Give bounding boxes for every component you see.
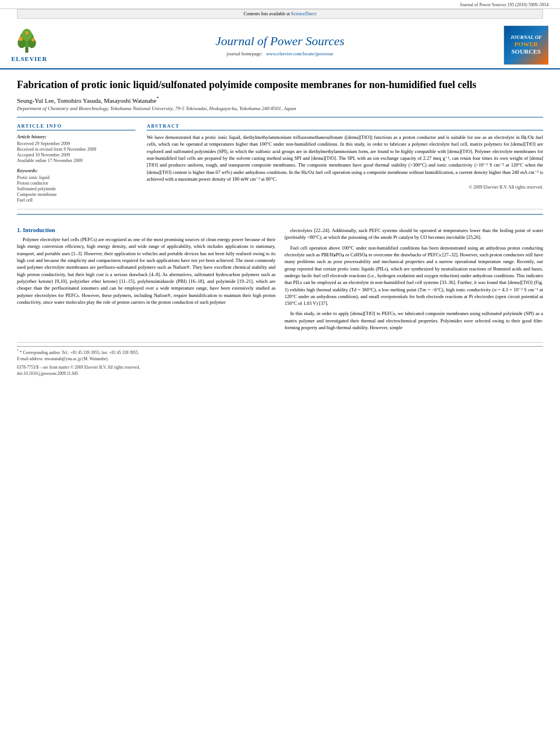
journal-logo: JOURNAL OF POWER SOURCES — [504, 25, 549, 65]
svg-point-4 — [22, 29, 32, 41]
author-names: Seung-Yul Lee, Tomohiro Yasuda, Masayosh… — [17, 97, 159, 104]
copyright-line: © 2009 Elsevier B.V. All rights reserved… — [147, 185, 543, 190]
keywords-label: Keywords: — [17, 168, 135, 173]
contents-bar: Contents lists available at ScienceDirec… — [17, 9, 543, 19]
abstract-text: We have demonstrated that a protic ionic… — [147, 134, 543, 182]
keyword-2: Proton conductor — [17, 181, 135, 186]
article-info-column: Article Info Article history: Received 2… — [17, 123, 135, 203]
accepted-date: Accepted 10 November 2009 — [17, 152, 135, 158]
elsevier-wordmark: ELSEVIER — [11, 55, 47, 62]
authors: Seung-Yul Lee, Tomohiro Yasuda, Masayosh… — [17, 96, 543, 104]
svg-point-5 — [19, 37, 23, 41]
received-revised-date: Received in revised form 9 November 2009 — [17, 147, 135, 152]
section-number: 1. — [17, 227, 21, 233]
section-title-text: Introduction — [23, 227, 55, 233]
svg-point-6 — [32, 38, 34, 41]
intro-paragraph-4: In this study, in order to apply [dema][… — [285, 310, 543, 331]
corresponding-text: * Corresponding author. Tel.: +81 45 339… — [20, 350, 139, 355]
main-body: 1. Introduction Polymer electrolyte fuel… — [17, 219, 543, 342]
body-right-column: electrolytes [22–24]. Additionally, such… — [285, 227, 543, 334]
keyword-5: Fuel cell — [17, 198, 135, 203]
elsevier-tree-icon — [11, 29, 42, 54]
email-note: E-mail address: mwatanab@ynu.ac.jp (M. W… — [17, 356, 543, 361]
contents-text: Contents lists available at — [244, 11, 290, 16]
article-title: Fabrication of protic ionic liquid/sulfo… — [17, 78, 543, 91]
journal-header: ELSEVIER Journal of Power Sources journa… — [0, 21, 560, 69]
introduction-title: 1. Introduction — [17, 227, 275, 233]
journal-header-center: Journal of Power Sources journal homepag… — [56, 34, 504, 56]
keyword-1: Protic ionic liquid — [17, 175, 135, 180]
article-info-heading: Article Info — [17, 123, 135, 130]
homepage-label: journal homepage: — [227, 51, 263, 56]
intro-paragraph-3: Fuel cell operation above 100°C under no… — [285, 244, 543, 307]
issn-note: 0378-7753/$ – see front matter © 2009 El… — [17, 365, 543, 370]
received-date: Received 29 September 2009 — [17, 141, 135, 146]
intro-paragraph-2: electrolytes [22–24]. Additionally, such… — [285, 227, 543, 241]
corresponding-author-note: * * Corresponding author. Tel.: +81 45 3… — [17, 349, 543, 355]
journal-logo-inner: JOURNAL OF POWER SOURCES — [510, 34, 542, 55]
homepage-link[interactable]: www.elsevier.com/locate/jpowsour — [266, 51, 333, 56]
keyword-3: Sulfonated polyimide — [17, 186, 135, 191]
journal-name: Journal of Power Sources — [56, 34, 504, 49]
section-divider — [17, 214, 543, 215]
journal-homepage: journal homepage: www.elsevier.com/locat… — [56, 51, 504, 56]
article-footer: * * Corresponding author. Tel.: +81 45 3… — [17, 342, 543, 381]
affiliation: Department of Chemistry and Biotechnolog… — [17, 106, 543, 111]
introduction-body-left: Polymer electrolyte fuel cells (PEFCs) a… — [17, 236, 275, 305]
svg-point-7 — [25, 31, 28, 34]
introduction-body-right: electrolytes [22–24]. Additionally, such… — [285, 227, 543, 331]
article-history-label: Article history: — [17, 134, 135, 139]
body-left-column: 1. Introduction Polymer electrolyte fuel… — [17, 227, 275, 334]
svg-rect-0 — [25, 46, 28, 53]
citation-bar: Journal of Power Sources 195 (2010) 5909… — [0, 0, 560, 9]
article-info-abstract: Article Info Article history: Received 2… — [17, 117, 543, 209]
intro-paragraph-1: Polymer electrolyte fuel cells (PEFCs) a… — [17, 236, 275, 305]
doi-note: doi:10.1016/j.jpowsour.2009.11.045 — [17, 371, 543, 376]
sciencedirect-link[interactable]: ScienceDirect — [291, 11, 317, 16]
journal-citation: Journal of Power Sources 195 (2010) 5909… — [460, 2, 549, 7]
keyword-4: Composite membrane — [17, 192, 135, 197]
abstract-heading: Abstract — [147, 123, 543, 130]
abstract-column: Abstract We have demonstrated that a pro… — [147, 123, 543, 203]
article-title-section: Fabrication of protic ionic liquid/sulfo… — [17, 69, 543, 117]
elsevier-logo: ELSEVIER — [11, 29, 56, 62]
available-date: Available online 17 November 2009 — [17, 158, 135, 163]
